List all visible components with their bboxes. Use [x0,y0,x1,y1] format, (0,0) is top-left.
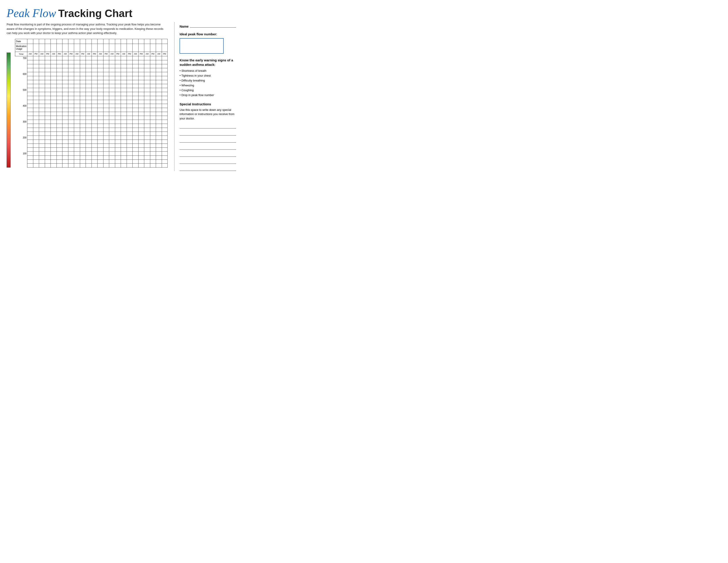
data-cell[interactable] [115,84,121,88]
data-cell[interactable] [115,143,121,147]
data-cell[interactable] [144,139,150,143]
data-cell[interactable] [51,80,57,84]
data-cell[interactable] [92,112,98,116]
data-cell[interactable] [109,143,115,147]
data-cell[interactable] [115,104,121,108]
write-line[interactable] [180,153,236,157]
data-cell[interactable] [86,159,92,163]
data-cell[interactable] [150,124,156,128]
data-cell[interactable] [150,92,156,96]
data-cell[interactable] [27,72,33,76]
data-cell[interactable] [27,143,33,147]
data-cell[interactable] [133,124,139,128]
data-cell[interactable] [138,159,144,163]
data-cell[interactable] [144,80,150,84]
data-cell[interactable] [109,92,115,96]
data-cell[interactable] [138,151,144,155]
data-cell[interactable] [150,68,156,72]
data-cell[interactable] [138,112,144,116]
data-cell[interactable] [92,159,98,163]
data-cell[interactable] [144,120,150,124]
data-cell[interactable] [109,56,115,60]
data-cell[interactable] [144,135,150,139]
data-cell[interactable] [39,92,45,96]
data-cell[interactable] [138,68,144,72]
data-cell[interactable] [144,112,150,116]
data-cell[interactable] [144,104,150,108]
data-cell[interactable] [162,84,168,88]
data-cell[interactable] [144,128,150,132]
data-cell[interactable] [86,143,92,147]
data-cell[interactable] [109,64,115,68]
data-cell[interactable] [162,132,168,135]
data-cell[interactable] [27,159,33,163]
data-cell[interactable] [92,116,98,120]
data-cell[interactable] [86,76,92,80]
data-cell[interactable] [68,147,74,151]
data-cell[interactable] [109,80,115,84]
data-cell[interactable] [56,132,62,135]
med-cell[interactable] [92,44,98,52]
data-cell[interactable] [127,116,133,120]
data-cell[interactable] [51,163,57,167]
data-cell[interactable] [115,132,121,135]
date-cell[interactable] [109,39,115,44]
data-cell[interactable] [92,128,98,132]
data-cell[interactable] [86,163,92,167]
data-cell[interactable] [150,64,156,68]
data-cell[interactable] [156,104,162,108]
data-cell[interactable] [62,120,68,124]
data-cell[interactable] [45,64,51,68]
data-cell[interactable] [98,76,103,80]
data-cell[interactable] [62,128,68,132]
data-cell[interactable] [109,84,115,88]
data-cell[interactable] [80,68,86,72]
date-cell[interactable] [74,39,80,44]
data-cell[interactable] [80,147,86,151]
data-cell[interactable] [74,139,80,143]
med-cell[interactable] [68,44,74,52]
data-cell[interactable] [133,159,139,163]
data-cell[interactable] [127,64,133,68]
data-cell[interactable] [33,163,39,167]
data-cell[interactable] [86,112,92,116]
data-cell[interactable] [144,143,150,147]
data-cell[interactable] [133,60,139,64]
data-cell[interactable] [33,84,39,88]
data-cell[interactable] [144,159,150,163]
med-cell[interactable] [56,44,62,52]
data-cell[interactable] [138,64,144,68]
data-cell[interactable] [86,135,92,139]
data-cell[interactable] [115,56,121,60]
data-cell[interactable] [62,92,68,96]
data-cell[interactable] [39,112,45,116]
data-cell[interactable] [27,128,33,132]
data-cell[interactable] [150,147,156,151]
data-cell[interactable] [74,88,80,92]
data-cell[interactable] [109,163,115,167]
data-cell[interactable] [115,80,121,84]
data-cell[interactable] [156,108,162,112]
data-cell[interactable] [27,76,33,80]
data-cell[interactable] [98,84,103,88]
data-cell[interactable] [150,76,156,80]
data-cell[interactable] [127,151,133,155]
med-cell[interactable] [103,44,109,52]
data-cell[interactable] [144,132,150,135]
data-cell[interactable] [115,112,121,116]
data-cell[interactable] [39,60,45,64]
data-cell[interactable] [156,116,162,120]
data-cell[interactable] [98,120,103,124]
data-cell[interactable] [103,104,109,108]
data-cell[interactable] [121,80,127,84]
data-cell[interactable] [121,108,127,112]
data-cell[interactable] [51,88,57,92]
data-cell[interactable] [39,155,45,159]
data-cell[interactable] [162,112,168,116]
data-cell[interactable] [74,108,80,112]
data-cell[interactable] [74,68,80,72]
data-cell[interactable] [80,143,86,147]
data-cell[interactable] [98,116,103,120]
data-cell[interactable] [138,139,144,143]
data-cell[interactable] [68,88,74,92]
